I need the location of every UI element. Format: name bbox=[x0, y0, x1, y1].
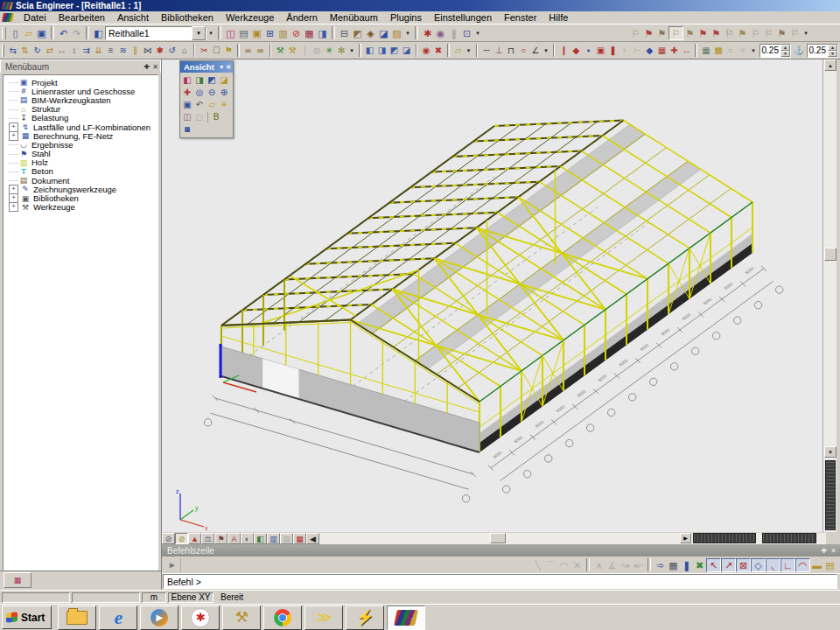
binoculars-icon[interactable]: ∞ bbox=[242, 44, 255, 58]
close-icon[interactable]: ✕ bbox=[226, 64, 231, 71]
tree-item-dokument[interactable]: ▤Dokument bbox=[5, 176, 158, 185]
collapse-toolbar-icon[interactable]: ◀ bbox=[306, 533, 319, 544]
quicklaunch-hands-app[interactable]: ✱ bbox=[181, 606, 220, 630]
snap-curve-icon[interactable]: ↝ bbox=[619, 558, 632, 572]
snap-vector-icon[interactable]: ∡ bbox=[606, 558, 619, 572]
snap-tangent-icon[interactable]: ◟ bbox=[766, 558, 780, 572]
menu-item-bibliotheken[interactable]: Bibliotheken bbox=[155, 11, 220, 24]
load-panel-11-icon[interactable]: ⚐ bbox=[762, 26, 775, 40]
menu-item-einstellungen[interactable]: Einstellungen bbox=[428, 11, 498, 24]
close-icon[interactable]: ✕ bbox=[830, 547, 836, 555]
pin-icon[interactable]: ✚ bbox=[822, 547, 828, 555]
accept-icon[interactable]: ✳ bbox=[323, 44, 335, 58]
model-canvas[interactable]: 5000500050005000500050005000500050005000… bbox=[162, 60, 822, 532]
undo-icon[interactable]: ↶ bbox=[57, 26, 70, 40]
snap-endpoint-icon[interactable]: ↖ bbox=[706, 558, 721, 572]
select-line-icon[interactable]: ✂ bbox=[198, 44, 210, 58]
section-display-icon[interactable]: ◧ bbox=[254, 533, 267, 544]
3d-viewport[interactable]: 5000500050005000500050005000500050005000… bbox=[162, 60, 822, 532]
node-icon[interactable]: ↺ bbox=[166, 44, 178, 58]
snap-circle-icon[interactable]: ◠ bbox=[557, 558, 570, 572]
zoom-window-icon[interactable]: ▣ bbox=[181, 99, 193, 111]
scale-x-spinner[interactable]: 0.25▲▼ bbox=[760, 44, 791, 58]
snap-length-icon[interactable]: ▬ bbox=[810, 558, 823, 572]
snap-table-icon[interactable]: ▤ bbox=[823, 558, 836, 572]
menu-item-plugins[interactable]: Plugins bbox=[384, 11, 428, 24]
colors-display-icon[interactable]: ▦ bbox=[293, 533, 306, 544]
accept2-icon[interactable]: ✻ bbox=[335, 44, 347, 58]
clip-active-icon[interactable]: ⊘ bbox=[175, 533, 188, 544]
fit2-icon[interactable]: ⚒ bbox=[286, 44, 298, 58]
mirror-icon[interactable]: ⇄ bbox=[44, 44, 56, 58]
chevron-down-icon[interactable]: ▾ bbox=[220, 64, 224, 71]
tree-item-ergebnisse[interactable]: ◡Ergebnisse bbox=[5, 140, 158, 149]
open-layer-icon[interactable]: ▱ bbox=[452, 44, 465, 58]
member-join-icon[interactable]: ▪ bbox=[582, 44, 594, 58]
view-settings-icon[interactable]: ◙ bbox=[181, 123, 193, 136]
quicklaunch-tools-app[interactable]: ⚒ bbox=[222, 606, 261, 630]
open-icon[interactable]: ▱ bbox=[22, 26, 35, 40]
tree-item-struktur[interactable]: ⌂Struktur bbox=[5, 105, 158, 114]
loads-display-icon[interactable]: ⚖ bbox=[201, 533, 214, 544]
render-mode-icon[interactable]: ◐ bbox=[241, 533, 254, 544]
snap-node-icon[interactable]: ∧ bbox=[592, 558, 606, 572]
member-extend-icon[interactable]: ❚ bbox=[606, 44, 619, 58]
array-icon[interactable]: ⇉ bbox=[80, 44, 93, 58]
select-poly-icon[interactable]: ☐ bbox=[210, 44, 222, 58]
load-panel-5-icon[interactable]: ⚑ bbox=[683, 26, 696, 40]
tree-item-lastf-lle-und-lf-kombinationen[interactable]: +↯Lastfälle und LF-Kombinationen bbox=[5, 122, 158, 131]
expand-icon[interactable]: + bbox=[9, 131, 18, 141]
angle-icon[interactable]: ∠ bbox=[529, 44, 542, 58]
tree-item-bibliotheken[interactable]: +▣Bibliotheken bbox=[5, 193, 158, 202]
load-panel-2-icon[interactable]: ⚑ bbox=[642, 26, 655, 40]
command-line-header[interactable]: Befehlszeile ✚ ✕ bbox=[162, 544, 840, 556]
draw-dropdown[interactable]: ▾ bbox=[542, 47, 550, 54]
volume-display-icon[interactable]: ▥ bbox=[267, 533, 280, 544]
parallel-icon[interactable]: ∥ bbox=[130, 44, 142, 58]
export-dropdown[interactable]: ▾ bbox=[749, 47, 758, 54]
render-folder-icon[interactable]: ▱ bbox=[206, 99, 218, 111]
clipboard-icon[interactable]: ▥ bbox=[276, 26, 290, 40]
export-save-icon[interactable]: ▦ bbox=[700, 44, 712, 58]
scroll-up-icon[interactable]: ▲ bbox=[824, 60, 836, 71]
intersect-icon[interactable]: ⋈ bbox=[142, 44, 154, 58]
array2-icon[interactable]: ⇊ bbox=[93, 44, 105, 58]
export-gray1-icon[interactable]: ≈ bbox=[724, 44, 737, 58]
measure-icon[interactable]: ❘ bbox=[298, 44, 311, 58]
window-copy-icon[interactable]: ◧ bbox=[364, 44, 376, 58]
window-new-icon[interactable]: ◩ bbox=[388, 44, 401, 58]
delete-icon[interactable]: ✖ bbox=[432, 44, 444, 58]
search-icon[interactable]: ◉ bbox=[434, 26, 447, 40]
model-icon[interactable]: ▤ bbox=[237, 26, 250, 40]
export-gray2-icon[interactable]: ≈ bbox=[737, 44, 749, 58]
project-data-icon[interactable]: ◫ bbox=[224, 26, 237, 40]
member-array-icon[interactable]: ▦ bbox=[655, 44, 668, 58]
print-preview-icon[interactable]: ◩ bbox=[351, 26, 364, 40]
document-icon[interactable]: ◪ bbox=[377, 26, 390, 40]
menu-item-ndern[interactable]: Ändern bbox=[280, 11, 323, 24]
dark-scroll-strip-2[interactable] bbox=[762, 533, 816, 543]
status-plane[interactable]: Ebene XY bbox=[168, 592, 214, 603]
snap-perpendicular-icon[interactable]: ∟ bbox=[780, 558, 795, 572]
combo-history-dropdown[interactable]: ▾ bbox=[206, 30, 215, 37]
redo-icon[interactable]: ↷ bbox=[70, 26, 83, 40]
menu-item-datei[interactable]: Datei bbox=[18, 11, 52, 24]
member-cut-icon[interactable]: ⊢ bbox=[631, 44, 643, 58]
print-dropdown[interactable]: ▾ bbox=[403, 30, 412, 37]
explode-icon[interactable]: ✱ bbox=[154, 44, 166, 58]
view-axo-4-icon[interactable]: ◪ bbox=[218, 74, 230, 87]
expand-icon[interactable]: + bbox=[9, 202, 18, 212]
spin-down-icon[interactable]: ▼ bbox=[828, 51, 837, 57]
zoom-dropdown[interactable]: ▾ bbox=[347, 47, 356, 54]
export-doc-icon[interactable]: ▩ bbox=[712, 44, 724, 58]
member-cross-icon[interactable]: ✚ bbox=[668, 44, 680, 58]
load-panel-7-icon[interactable]: ⚑ bbox=[710, 26, 723, 40]
print-icon[interactable]: ⊟ bbox=[338, 26, 351, 40]
scale-y-spinner[interactable]: 0.25▲▼ bbox=[807, 44, 838, 58]
horizontal-scrollbar[interactable]: ▶ bbox=[319, 533, 826, 544]
stretch-icon[interactable]: ↔ bbox=[56, 44, 68, 58]
cone-icon[interactable]: ▲ bbox=[188, 533, 201, 544]
rotate-icon[interactable]: ↻ bbox=[32, 44, 44, 58]
zoom-previous-icon[interactable]: ↶ bbox=[193, 99, 206, 111]
dot-grid-icon[interactable]: ▦ bbox=[667, 558, 680, 572]
